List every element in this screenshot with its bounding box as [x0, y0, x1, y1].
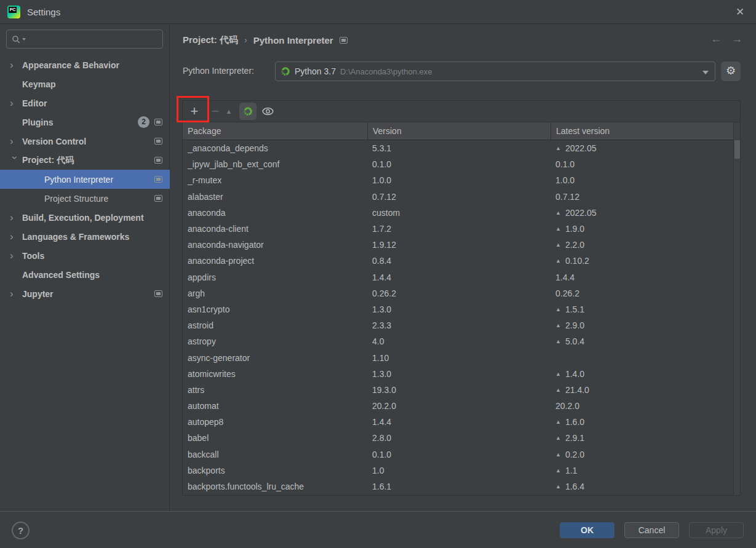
sidebar-item-label: Tools: [22, 251, 44, 261]
sidebar-item-keymap[interactable]: Keymap: [0, 74, 170, 93]
table-row[interactable]: anaconda-navigator1.9.12▲2.2.0: [183, 237, 733, 253]
upgrade-available-icon: ▲: [555, 242, 561, 248]
forward-icon[interactable]: →: [731, 33, 742, 46]
sidebar-item-build-execution-deployment[interactable]: ›Build, Execution, Deployment: [0, 208, 170, 227]
chevron-right-icon[interactable]: ›: [10, 136, 22, 146]
sidebar-item-plugins[interactable]: Plugins2: [0, 113, 170, 132]
package-name-cell: _ipyw_jlab_nb_ext_conf: [183, 156, 367, 172]
package-name-cell: anaconda-navigator: [183, 237, 367, 253]
chevron-right-icon[interactable]: ›: [10, 288, 22, 299]
close-icon[interactable]: ✕: [733, 6, 747, 19]
sidebar-item-project[interactable]: ›Project: 代码: [0, 151, 170, 170]
table-row[interactable]: babel2.8.0▲2.9.1: [183, 430, 733, 446]
package-name-cell: _anaconda_depends: [183, 140, 367, 156]
table-row[interactable]: autopep81.4.4▲1.6.0: [183, 414, 733, 430]
ok-button[interactable]: OK: [560, 522, 615, 538]
column-header-latest-version[interactable]: Latest version: [551, 122, 733, 140]
chevron-right-icon[interactable]: ›: [10, 98, 22, 108]
search-input[interactable]: [6, 30, 163, 49]
sidebar-item-languages-frameworks[interactable]: ›Languages & Frameworks: [0, 227, 170, 246]
chevron-right-icon[interactable]: ›: [10, 60, 22, 70]
chevron-right-icon[interactable]: ›: [10, 250, 22, 261]
table-row[interactable]: backcall0.1.0▲0.2.0: [183, 447, 733, 463]
latest-version-cell: ▲0.10.2: [551, 253, 733, 269]
table-row[interactable]: astropy4.0▲5.0.4: [183, 333, 733, 349]
in-editor-settings-icon: [154, 195, 162, 202]
table-row[interactable]: _anaconda_depends5.3.1▲2022.05: [183, 140, 733, 156]
back-icon[interactable]: ←: [710, 33, 722, 46]
sidebar-item-jupyter[interactable]: ›Jupyter: [0, 284, 170, 303]
scrollbar-thumb[interactable]: [734, 140, 740, 159]
latest-version-cell: ▲2022.05: [551, 205, 733, 221]
latest-version-cell: [551, 349, 733, 365]
table-scrollbar[interactable]: [733, 122, 740, 495]
table-row[interactable]: anaconda-project0.8.4▲0.10.2: [183, 253, 733, 269]
column-header-package[interactable]: Package: [183, 122, 367, 140]
upgrade-package-button[interactable]: ▲: [220, 103, 237, 120]
table-row[interactable]: atomicwrites1.3.0▲1.4.0: [183, 366, 733, 382]
use-conda-toggle-button[interactable]: [239, 103, 257, 120]
remove-package-button[interactable]: −: [203, 103, 220, 120]
sidebar-item-tools[interactable]: ›Tools: [0, 246, 170, 265]
count-badge: 2: [138, 116, 149, 128]
apply-button[interactable]: Apply: [689, 522, 744, 538]
dialog-footer: ? OK Cancel Apply: [0, 511, 756, 548]
table-row[interactable]: anaconda-client1.7.2▲1.9.0: [183, 221, 733, 237]
upgrade-available-icon: ▲: [555, 210, 561, 216]
breadcrumb-project[interactable]: Project: 代码: [183, 34, 238, 46]
table-row[interactable]: argh0.26.20.26.2: [183, 285, 733, 301]
package-name-cell: autopep8: [183, 414, 367, 430]
upgrade-available-icon: ▲: [555, 258, 561, 264]
cancel-button[interactable]: Cancel: [624, 522, 679, 538]
add-package-button[interactable]: +: [186, 103, 203, 120]
upgrade-available-icon: ▲: [555, 419, 561, 425]
table-row[interactable]: anacondacustom▲2022.05: [183, 205, 733, 221]
packages-toolbar: + − ▲: [183, 101, 740, 122]
table-row[interactable]: astroid2.3.3▲2.9.0: [183, 317, 733, 333]
gear-icon: ⚙: [726, 65, 736, 77]
table-rows: _anaconda_depends5.3.1▲2022.05_ipyw_jlab…: [183, 140, 733, 494]
version-cell: 1.4.4: [367, 414, 551, 430]
minus-icon: −: [212, 103, 220, 119]
version-cell: 0.1.0: [367, 447, 551, 463]
table-row[interactable]: asn1crypto1.3.0▲1.5.1: [183, 301, 733, 317]
table-row[interactable]: alabaster0.7.120.7.12: [183, 189, 733, 205]
table-row[interactable]: _r-mutex1.0.01.0.0: [183, 172, 733, 188]
column-header-version[interactable]: Version: [367, 122, 551, 140]
show-early-releases-button[interactable]: [259, 103, 276, 120]
chevron-down-icon[interactable]: ›: [10, 156, 20, 169]
sidebar-item-python-interpreter[interactable]: Python Interpreter: [0, 170, 170, 189]
table-row[interactable]: backports1.0▲1.1: [183, 463, 733, 479]
interpreter-gear-button[interactable]: ⚙: [721, 62, 741, 81]
table-row[interactable]: _ipyw_jlab_nb_ext_conf0.1.00.1.0: [183, 156, 733, 172]
latest-version-cell: ▲21.4.0: [551, 382, 733, 398]
settings-nav: ›Appearance & BehaviorKeymap›EditorPlugi…: [0, 55, 170, 303]
package-name-cell: attrs: [183, 382, 367, 398]
search-history-caret-icon[interactable]: [22, 38, 26, 41]
table-row[interactable]: automat20.2.020.2.0: [183, 398, 733, 414]
chevron-right-icon[interactable]: ›: [10, 231, 22, 242]
help-button[interactable]: ?: [12, 522, 30, 539]
sidebar-item-advanced-settings[interactable]: Advanced Settings: [0, 265, 170, 284]
in-editor-settings-icon: [154, 119, 162, 125]
chevron-right-icon[interactable]: ›: [10, 212, 22, 223]
package-name-cell: argh: [183, 285, 367, 301]
version-cell: 19.3.0: [367, 382, 551, 398]
package-name-cell: backports: [183, 463, 367, 479]
upgrade-available-icon: ▲: [555, 338, 561, 344]
upgrade-icon: ▲: [226, 108, 233, 115]
chevron-down-icon[interactable]: [702, 71, 709, 74]
package-name-cell: babel: [183, 430, 367, 446]
sidebar-item-appearance-behavior[interactable]: ›Appearance & Behavior: [0, 55, 170, 74]
table-row[interactable]: async-generator1.10: [183, 349, 733, 365]
sidebar-item-editor[interactable]: ›Editor: [0, 93, 170, 113]
table-row[interactable]: attrs19.3.0▲21.4.0: [183, 382, 733, 398]
sidebar-item-version-control[interactable]: ›Version Control: [0, 132, 170, 151]
interpreter-select[interactable]: Python 3.7 D:\Anaconda3\python.exe: [275, 62, 715, 81]
latest-version-cell: ▲1.9.0: [551, 221, 733, 237]
table-row[interactable]: appdirs1.4.41.4.4: [183, 269, 733, 285]
package-name-cell: asn1crypto: [183, 301, 367, 317]
sidebar-item-project-structure[interactable]: Project Structure: [0, 189, 170, 208]
table-row[interactable]: backports.functools_lru_cache1.6.1▲1.6.4: [183, 479, 733, 494]
sidebar-item-label: Project Structure: [44, 194, 108, 204]
